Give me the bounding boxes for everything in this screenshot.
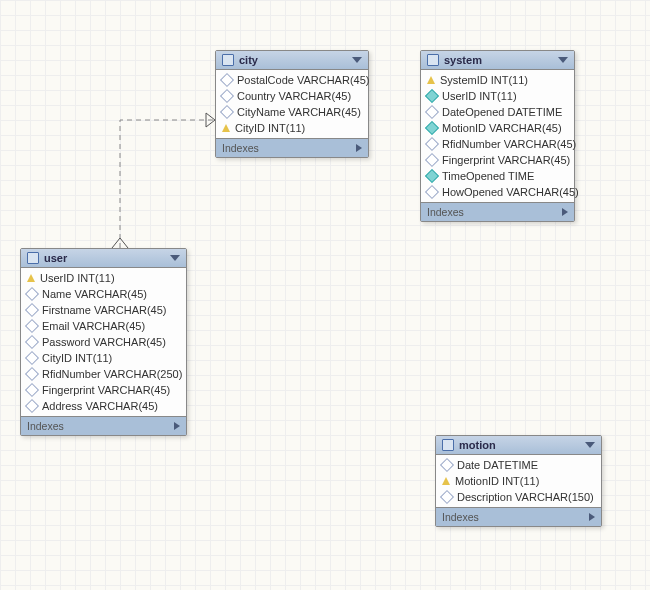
- column-row[interactable]: UserID INT(11): [421, 88, 574, 104]
- column-row[interactable]: Firstname VARCHAR(45): [21, 302, 186, 318]
- column-row[interactable]: UserID INT(11): [21, 270, 186, 286]
- table-icon: [27, 252, 39, 264]
- entity-header[interactable]: motion: [436, 436, 601, 455]
- column-list: PostalCode VARCHAR(45)Country VARCHAR(45…: [216, 70, 368, 138]
- column-row[interactable]: Country VARCHAR(45): [216, 88, 368, 104]
- entity-header[interactable]: system: [421, 51, 574, 70]
- column-row[interactable]: CityID INT(11): [216, 120, 368, 136]
- column-row[interactable]: Description VARCHAR(150): [436, 489, 601, 505]
- column-label: TimeOpened TIME: [442, 170, 534, 182]
- primary-key-icon: [427, 76, 435, 84]
- table-icon: [222, 54, 234, 66]
- column-row[interactable]: SystemID INT(11): [421, 72, 574, 88]
- column-icon: [220, 89, 234, 103]
- entity-title: system: [444, 54, 558, 66]
- column-label: RfidNumber VARCHAR(45): [442, 138, 576, 150]
- column-label: Country VARCHAR(45): [237, 90, 351, 102]
- primary-key-icon: [27, 274, 35, 282]
- column-row[interactable]: Fingerprint VARCHAR(45): [21, 382, 186, 398]
- chevron-down-icon[interactable]: [352, 57, 362, 63]
- entity-user[interactable]: user UserID INT(11)Name VARCHAR(45)First…: [20, 248, 187, 436]
- column-icon: [25, 367, 39, 381]
- column-label: CityID INT(11): [42, 352, 112, 364]
- column-label: MotionID INT(11): [455, 475, 539, 487]
- column-label: SystemID INT(11): [440, 74, 528, 86]
- column-list: SystemID INT(11)UserID INT(11)DateOpened…: [421, 70, 574, 202]
- indexes-bar[interactable]: Indexes: [21, 416, 186, 435]
- chevron-down-icon[interactable]: [170, 255, 180, 261]
- entity-header[interactable]: city: [216, 51, 368, 70]
- column-row[interactable]: Address VARCHAR(45): [21, 398, 186, 414]
- indexes-bar[interactable]: Indexes: [216, 138, 368, 157]
- entity-header[interactable]: user: [21, 249, 186, 268]
- column-icon: [425, 105, 439, 119]
- primary-key-icon: [222, 124, 230, 132]
- indexes-bar[interactable]: Indexes: [421, 202, 574, 221]
- column-icon: [25, 303, 39, 317]
- column-label: CityName VARCHAR(45): [237, 106, 361, 118]
- column-row[interactable]: Fingerprint VARCHAR(45): [421, 152, 574, 168]
- column-row[interactable]: HowOpened VARCHAR(45): [421, 184, 574, 200]
- column-row[interactable]: MotionID INT(11): [436, 473, 601, 489]
- column-icon: [25, 319, 39, 333]
- column-icon: [440, 490, 454, 504]
- column-label: Password VARCHAR(45): [42, 336, 166, 348]
- column-icon: [25, 399, 39, 413]
- foreign-key-icon: [425, 121, 439, 135]
- column-label: Fingerprint VARCHAR(45): [442, 154, 570, 166]
- column-label: HowOpened VARCHAR(45): [442, 186, 579, 198]
- column-label: PostalCode VARCHAR(45): [237, 74, 369, 86]
- column-row[interactable]: RfidNumber VARCHAR(45): [421, 136, 574, 152]
- column-row[interactable]: TimeOpened TIME: [421, 168, 574, 184]
- chevron-right-icon[interactable]: [174, 422, 180, 430]
- column-list: UserID INT(11)Name VARCHAR(45)Firstname …: [21, 268, 186, 416]
- entity-system[interactable]: system SystemID INT(11)UserID INT(11)Dat…: [420, 50, 575, 222]
- column-icon: [25, 351, 39, 365]
- indexes-label: Indexes: [427, 206, 562, 218]
- indexes-label: Indexes: [27, 420, 174, 432]
- column-label: UserID INT(11): [442, 90, 517, 102]
- column-label: Address VARCHAR(45): [42, 400, 158, 412]
- column-label: Fingerprint VARCHAR(45): [42, 384, 170, 396]
- column-list: Date DATETIMEMotionID INT(11)Description…: [436, 455, 601, 507]
- column-label: MotionID VARCHAR(45): [442, 122, 562, 134]
- indexes-bar[interactable]: Indexes: [436, 507, 601, 526]
- column-label: Description VARCHAR(150): [457, 491, 594, 503]
- column-row[interactable]: Password VARCHAR(45): [21, 334, 186, 350]
- column-icon: [220, 105, 234, 119]
- column-row[interactable]: Date DATETIME: [436, 457, 601, 473]
- chevron-down-icon[interactable]: [558, 57, 568, 63]
- entity-motion[interactable]: motion Date DATETIMEMotionID INT(11)Desc…: [435, 435, 602, 527]
- indexes-label: Indexes: [442, 511, 589, 523]
- column-icon: [440, 458, 454, 472]
- column-row[interactable]: MotionID VARCHAR(45): [421, 120, 574, 136]
- column-icon: [25, 335, 39, 349]
- column-row[interactable]: PostalCode VARCHAR(45): [216, 72, 368, 88]
- chevron-right-icon[interactable]: [589, 513, 595, 521]
- column-row[interactable]: CityID INT(11): [21, 350, 186, 366]
- chevron-down-icon[interactable]: [585, 442, 595, 448]
- entity-title: motion: [459, 439, 585, 451]
- column-row[interactable]: DateOpened DATETIME: [421, 104, 574, 120]
- entity-city[interactable]: city PostalCode VARCHAR(45)Country VARCH…: [215, 50, 369, 158]
- column-label: RfidNumber VARCHAR(250): [42, 368, 182, 380]
- indexes-label: Indexes: [222, 142, 356, 154]
- column-label: Date DATETIME: [457, 459, 538, 471]
- column-label: UserID INT(11): [40, 272, 115, 284]
- entity-title: user: [44, 252, 170, 264]
- chevron-right-icon[interactable]: [356, 144, 362, 152]
- foreign-key-icon: [425, 89, 439, 103]
- column-icon: [425, 153, 439, 167]
- column-row[interactable]: CityName VARCHAR(45): [216, 104, 368, 120]
- column-label: Name VARCHAR(45): [42, 288, 147, 300]
- entity-title: city: [239, 54, 352, 66]
- column-row[interactable]: Email VARCHAR(45): [21, 318, 186, 334]
- column-label: Email VARCHAR(45): [42, 320, 145, 332]
- column-row[interactable]: RfidNumber VARCHAR(250): [21, 366, 186, 382]
- column-icon: [25, 287, 39, 301]
- column-icon: [425, 137, 439, 151]
- chevron-right-icon[interactable]: [562, 208, 568, 216]
- column-label: CityID INT(11): [235, 122, 305, 134]
- column-row[interactable]: Name VARCHAR(45): [21, 286, 186, 302]
- column-icon: [220, 73, 234, 87]
